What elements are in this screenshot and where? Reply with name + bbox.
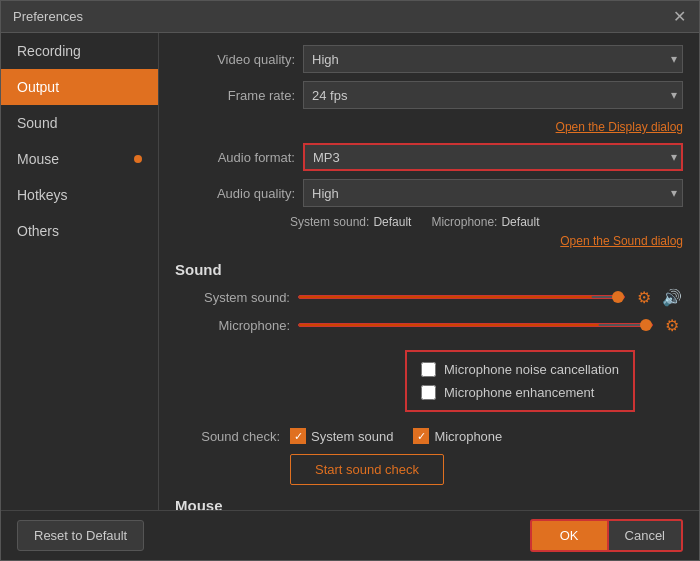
bottom-bar: Reset to Default OK Cancel	[1, 510, 699, 560]
sidebar-label-mouse: Mouse	[17, 151, 59, 167]
microphone-status-value: Default	[501, 215, 539, 229]
sidebar-label-others: Others	[17, 223, 59, 239]
sidebar-item-output[interactable]: Output	[1, 69, 158, 105]
microphone-slider-thumb[interactable]	[640, 319, 652, 331]
frame-rate-select-wrapper: 24 fps ▾	[303, 81, 683, 109]
reset-button[interactable]: Reset to Default	[17, 520, 144, 551]
video-quality-label: Video quality:	[175, 52, 295, 67]
microphone-slider-label: Microphone:	[185, 318, 290, 333]
titlebar: Preferences ✕	[1, 1, 699, 33]
video-quality-row: Video quality: High ▾	[175, 45, 683, 73]
system-sound-status-label: System sound:	[290, 215, 369, 229]
preferences-window: Preferences ✕ Recording Output Sound Mou…	[0, 0, 700, 561]
video-quality-select[interactable]: High	[303, 45, 683, 73]
sidebar-label-output: Output	[17, 79, 59, 95]
sidebar-item-hotkeys[interactable]: Hotkeys	[1, 177, 158, 213]
ok-button[interactable]: OK	[530, 519, 609, 552]
sidebar-label-hotkeys: Hotkeys	[17, 187, 68, 203]
system-sound-slider-row: System sound: ⚙ 🔊	[175, 286, 683, 308]
audio-quality-label: Audio quality:	[175, 186, 295, 201]
enhancement-label: Microphone enhancement	[444, 385, 594, 400]
sound-section-heading: Sound	[175, 261, 683, 278]
system-sound-check-checkbox[interactable]: ✓	[290, 428, 306, 444]
frame-rate-label: Frame rate:	[175, 88, 295, 103]
enhancement-row: Microphone enhancement	[421, 385, 619, 400]
microphone-check-label: Microphone	[434, 429, 502, 444]
mouse-dot	[134, 155, 142, 163]
noise-cancellation-row: Microphone noise cancellation	[421, 362, 619, 377]
microphone-slider-row: Microphone: ⚙	[175, 314, 683, 336]
microphone-slider-track[interactable]	[298, 323, 653, 327]
microphone-check-option: ✓ Microphone	[413, 428, 502, 444]
window-title: Preferences	[13, 9, 83, 24]
display-dialog-link-row: Open the Display dialog	[175, 117, 683, 135]
audio-quality-select-wrapper: High ▾	[303, 179, 683, 207]
system-sound-slider-track[interactable]	[298, 295, 625, 299]
sidebar-item-others[interactable]: Others	[1, 213, 158, 249]
noise-cancellation-checkbox[interactable]	[421, 362, 436, 377]
sidebar-label-sound: Sound	[17, 115, 57, 131]
video-quality-select-wrapper: High ▾	[303, 45, 683, 73]
system-sound-check-label: System sound	[311, 429, 393, 444]
start-btn-row: Start sound check	[290, 454, 683, 485]
cancel-button[interactable]: Cancel	[609, 519, 683, 552]
system-sound-slider-fill	[299, 296, 592, 298]
audio-format-select[interactable]: MP3	[303, 143, 683, 171]
sidebar-item-recording[interactable]: Recording	[1, 33, 158, 69]
audio-format-label: Audio format:	[175, 150, 295, 165]
audio-quality-select[interactable]: High	[303, 179, 683, 207]
microphone-slider-icons: ⚙	[661, 314, 683, 336]
system-sound-speaker-icon[interactable]: 🔊	[661, 286, 683, 308]
right-panel: Video quality: High ▾ Frame rate: 24 fps…	[159, 33, 699, 510]
audio-format-row: Audio format: MP3 ▾	[175, 143, 683, 171]
close-button[interactable]: ✕	[671, 9, 687, 25]
microphone-slider-fill	[299, 324, 599, 326]
enhancement-checkbox[interactable]	[421, 385, 436, 400]
sidebar: Recording Output Sound Mouse Hotkeys Oth…	[1, 33, 159, 510]
system-sound-check-option: ✓ System sound	[290, 428, 393, 444]
system-sound-slider-label: System sound:	[185, 290, 290, 305]
sidebar-item-mouse[interactable]: Mouse	[1, 141, 158, 177]
system-sound-gear-icon[interactable]: ⚙	[633, 286, 655, 308]
open-sound-dialog-link[interactable]: Open the Sound dialog	[560, 234, 683, 248]
sidebar-item-sound[interactable]: Sound	[1, 105, 158, 141]
open-display-dialog-link[interactable]: Open the Display dialog	[556, 120, 683, 134]
sound-check-label: Sound check:	[185, 429, 280, 444]
audio-quality-row: Audio quality: High ▾	[175, 179, 683, 207]
system-sound-status-value: Default	[373, 215, 411, 229]
frame-rate-row: Frame rate: 24 fps ▾	[175, 81, 683, 109]
audio-format-select-wrapper: MP3 ▾	[303, 143, 683, 171]
mouse-section-heading: Mouse	[175, 497, 683, 510]
bottom-right-buttons: OK Cancel	[530, 519, 683, 552]
sidebar-label-recording: Recording	[17, 43, 81, 59]
microphone-check-checkbox[interactable]: ✓	[413, 428, 429, 444]
microphone-status-label: Microphone:	[431, 215, 497, 229]
microphone-gear-icon[interactable]: ⚙	[661, 314, 683, 336]
main-content: Recording Output Sound Mouse Hotkeys Oth…	[1, 33, 699, 510]
microphone-options-box: Microphone noise cancellation Microphone…	[405, 350, 635, 412]
system-sound-slider-thumb[interactable]	[612, 291, 624, 303]
system-sound-slider-icons: ⚙ 🔊	[633, 286, 683, 308]
start-sound-check-button[interactable]: Start sound check	[290, 454, 444, 485]
frame-rate-select[interactable]: 24 fps	[303, 81, 683, 109]
noise-cancellation-label: Microphone noise cancellation	[444, 362, 619, 377]
sound-check-row: Sound check: ✓ System sound ✓ Microphone	[185, 428, 683, 444]
sound-dialog-link-row: Open the Sound dialog	[175, 231, 683, 249]
